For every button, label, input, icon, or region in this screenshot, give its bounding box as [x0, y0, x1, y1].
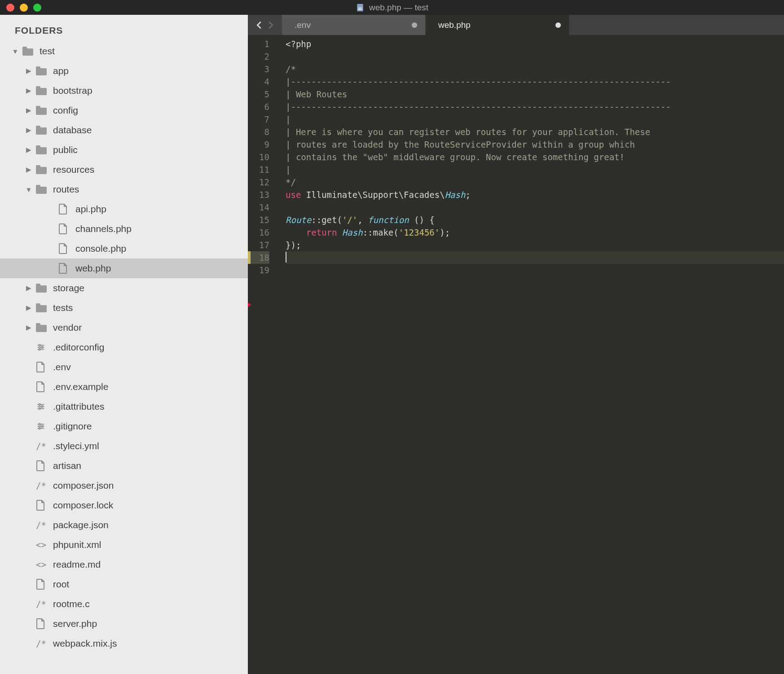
code-line[interactable]: */	[286, 176, 784, 188]
gutter-line-number[interactable]: 3	[248, 63, 269, 75]
file-item[interactable]: root	[0, 574, 248, 594]
folder-item[interactable]: ▶config	[0, 101, 248, 120]
file-item[interactable]: console.php	[0, 239, 248, 258]
file-item[interactable]: .editorconfig	[0, 337, 248, 357]
folder-item[interactable]: ▶storage	[0, 278, 248, 298]
code-line[interactable]: |---------------------------------------…	[286, 101, 784, 113]
file-item[interactable]: .env.example	[0, 377, 248, 397]
file-item[interactable]: .env	[0, 357, 248, 377]
gutter-line-number[interactable]: 4	[248, 75, 269, 88]
code-token: use	[286, 190, 301, 200]
gutter-line-number[interactable]: 9	[248, 138, 269, 151]
code-line[interactable]: | Web Routes	[286, 88, 784, 101]
code-line[interactable]: | contains the "web" middleware group. N…	[286, 151, 784, 163]
chevron-right-icon[interactable]: ▶	[25, 146, 32, 154]
gutter-line-number[interactable]: 18	[248, 251, 269, 264]
gutter-line-number[interactable]: 17	[248, 239, 269, 251]
gutter-line-number[interactable]: 16	[248, 226, 269, 239]
folder-item[interactable]: ▼test	[0, 41, 248, 61]
chevron-right-icon[interactable]: ▶	[25, 166, 32, 174]
code-line[interactable]: <?php	[286, 38, 784, 50]
folder-item[interactable]: ▶vendor	[0, 318, 248, 337]
file-item[interactable]: /*webpack.mix.js	[0, 634, 248, 653]
window-title: web.php — test	[356, 3, 428, 13]
gutter-line-number[interactable]: 11	[248, 163, 269, 176]
code-line[interactable]	[286, 50, 784, 63]
file-item[interactable]: composer.lock	[0, 495, 248, 515]
gutter-line-number[interactable]: 12	[248, 176, 269, 188]
code-line[interactable]: |---------------------------------------…	[286, 75, 784, 88]
file-item[interactable]: web.php	[0, 258, 248, 278]
code-line[interactable]: |	[286, 163, 784, 176]
gutter-line-number[interactable]: 8	[248, 126, 269, 138]
file-item[interactable]: server.php	[0, 614, 248, 634]
file-item[interactable]: artisan	[0, 456, 248, 476]
gutter-line-number[interactable]: 5	[248, 88, 269, 101]
code-line[interactable]	[286, 251, 784, 264]
gutter-line-number[interactable]: 15	[248, 214, 269, 226]
folder-item[interactable]: ▶database	[0, 120, 248, 140]
tab-nav-forward-icon[interactable]	[267, 20, 275, 30]
file-item[interactable]: api.php	[0, 199, 248, 219]
svg-rect-14	[36, 145, 40, 149]
folder-item[interactable]: ▼routes	[0, 179, 248, 199]
gutter-line-number[interactable]: 6	[248, 101, 269, 113]
file-item[interactable]: .gitattributes	[0, 397, 248, 416]
tab-nav-back-icon[interactable]	[255, 20, 263, 30]
code-line[interactable]: });	[286, 239, 784, 251]
code-area[interactable]: 12345678910111213141516171819 <?php/*|--…	[248, 35, 784, 674]
folder-item[interactable]: ▶bootstrap	[0, 81, 248, 101]
file-item[interactable]: /*package.json	[0, 515, 248, 535]
code-line[interactable]	[286, 201, 784, 214]
code-token: /*	[286, 64, 296, 74]
code-token: Route	[286, 215, 311, 225]
file-item[interactable]: /*composer.json	[0, 476, 248, 495]
code-line[interactable]: | routes are loaded by the RouteServiceP…	[286, 138, 784, 151]
code-line[interactable]: return Hash::make('123456');	[286, 226, 784, 239]
chevron-down-icon[interactable]: ▼	[12, 48, 19, 55]
minimize-button[interactable]	[20, 4, 28, 12]
gutter-line-number[interactable]: 1	[248, 38, 269, 50]
chevron-down-icon[interactable]: ▼	[25, 186, 32, 193]
gutter-line-number[interactable]: 13	[248, 188, 269, 201]
folder-item[interactable]: ▶tests	[0, 298, 248, 318]
file-item[interactable]: /*rootme.c	[0, 594, 248, 614]
folder-item[interactable]: ▶resources	[0, 160, 248, 179]
file-item[interactable]: <>phpunit.xml	[0, 535, 248, 555]
chevron-right-icon[interactable]: ▶	[25, 304, 32, 312]
code-line[interactable]: Route::get('/', function () {	[286, 214, 784, 226]
code-content[interactable]: <?php/*|--------------------------------…	[277, 38, 784, 674]
tab--env[interactable]: .env	[282, 15, 426, 35]
code-token: | routes are loaded by the RouteServiceP…	[286, 140, 635, 149]
file-item[interactable]: .gitignore	[0, 416, 248, 436]
code-line[interactable]: |	[286, 113, 784, 126]
gutter-line-number[interactable]: 7	[248, 113, 269, 126]
code-token: (	[337, 215, 342, 225]
maximize-button[interactable]	[33, 4, 41, 12]
tab-web-php[interactable]: web.php	[426, 15, 569, 35]
gutter-line-number[interactable]: 2	[248, 50, 269, 63]
tree-item-label: .gitattributes	[53, 401, 104, 412]
file-item[interactable]: channels.php	[0, 219, 248, 239]
file-item[interactable]: /*.styleci.yml	[0, 436, 248, 456]
gutter-line-number[interactable]: 10	[248, 151, 269, 163]
tree-item-label: webpack.mix.js	[53, 638, 117, 649]
chevron-right-icon[interactable]: ▶	[25, 106, 32, 114]
chevron-right-icon[interactable]: ▶	[25, 324, 32, 332]
close-button[interactable]	[6, 4, 14, 12]
sidebar[interactable]: FOLDERS ▼test▶app▶bootstrap▶config▶datab…	[0, 15, 248, 674]
gutter-line-number[interactable]: 14	[248, 201, 269, 214]
code-line[interactable]: use Illuminate\Support\Facades\Hash;	[286, 188, 784, 201]
folder-item[interactable]: ▶app	[0, 61, 248, 81]
code-token: });	[286, 240, 301, 250]
code-line[interactable]: | Here is where you can register web rou…	[286, 126, 784, 138]
code-line[interactable]: /*	[286, 63, 784, 75]
chevron-right-icon[interactable]: ▶	[25, 126, 32, 134]
gutter-line-number[interactable]: 19	[248, 264, 269, 276]
folder-item[interactable]: ▶public	[0, 140, 248, 160]
chevron-right-icon[interactable]: ▶	[25, 67, 32, 75]
code-line[interactable]	[286, 264, 784, 276]
file-item[interactable]: <>readme.md	[0, 555, 248, 574]
chevron-right-icon[interactable]: ▶	[25, 284, 32, 292]
chevron-right-icon[interactable]: ▶	[25, 87, 32, 95]
